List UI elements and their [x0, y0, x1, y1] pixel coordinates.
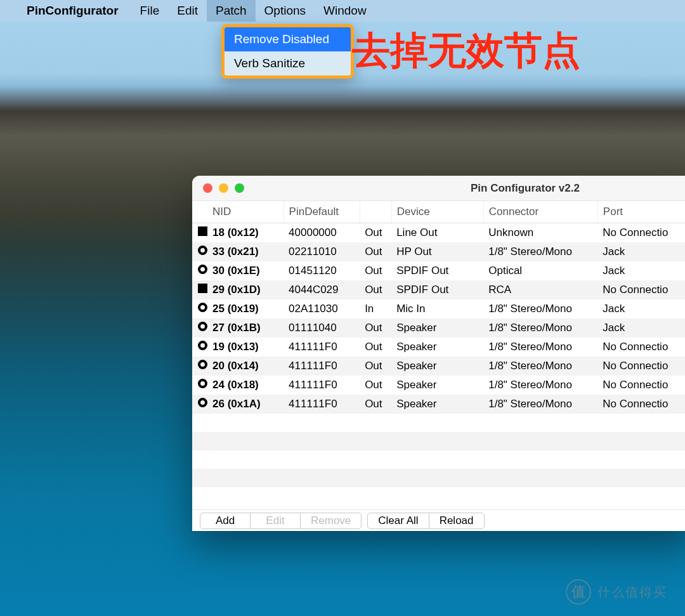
dropdown-remove-disabled[interactable]: Remove Disabled	[225, 27, 351, 51]
table-row[interactable]: 20 (0x14)411111F0OutSpeaker1/8" Stereo/M…	[192, 357, 685, 376]
cell-dir: Out	[360, 280, 391, 299]
cell-port: No Connectio	[597, 357, 685, 376]
cell-pindefault: 40000000	[284, 223, 360, 243]
menu-window[interactable]: Window	[315, 0, 375, 22]
cell-dir: Out	[360, 242, 391, 261]
table-row[interactable]: 19 (0x13)411111F0OutSpeaker1/8" Stereo/M…	[192, 337, 685, 357]
cell-nid: 20 (0x14)	[207, 357, 284, 376]
cell-pindefault: 01111040	[284, 318, 360, 337]
table-row[interactable]: 29 (0x1D)4044C029OutSPDIF OutRCANo Conne…	[192, 280, 685, 299]
button-bar: Add Edit Remove Clear All Reload	[192, 509, 685, 531]
table-row[interactable]: 24 (0x18)411111F0OutSpeaker1/8" Stereo/M…	[192, 376, 685, 395]
cell-nid: 25 (0x19)	[207, 299, 284, 318]
cell-pindefault: 411111F0	[284, 395, 360, 414]
col-dir[interactable]	[360, 201, 391, 223]
shape-icon	[192, 318, 207, 337]
cell-dir: Out	[360, 395, 391, 414]
dropdown-verb-sanitize[interactable]: Verb Sanitize	[225, 51, 351, 75]
menu-patch[interactable]: Patch	[207, 0, 256, 22]
edit-button[interactable]: Edit	[250, 513, 301, 529]
cell-connector: 1/8" Stereo/Mono	[483, 318, 597, 337]
table-row[interactable]: 30 (0x1E)01451120OutSPDIF OutOpticalJack	[192, 261, 685, 280]
cell-nid: 19 (0x13)	[207, 337, 284, 357]
shape-icon	[192, 261, 207, 280]
cell-pindefault: 02211010	[284, 242, 360, 261]
clear-all-button[interactable]: Clear All	[367, 513, 429, 529]
shape-icon	[192, 376, 207, 395]
edit-segment: Add Edit Remove	[200, 513, 361, 529]
cell-dir: Out	[360, 376, 391, 395]
table-row[interactable]: 18 (0x12)40000000OutLine OutUnknownNo Co…	[192, 223, 685, 243]
col-connector[interactable]: Connector	[483, 201, 597, 223]
add-button[interactable]: Add	[200, 513, 251, 529]
table-row[interactable]: 26 (0x1A)411111F0OutSpeaker1/8" Stereo/M…	[192, 395, 685, 414]
cell-nid: 33 (0x21)	[207, 242, 284, 261]
cell-port: Jack	[597, 299, 685, 318]
col-nid[interactable]: NID	[207, 201, 284, 223]
shape-icon	[192, 357, 207, 376]
cell-port: Jack	[597, 242, 685, 261]
reload-button[interactable]: Reload	[429, 513, 485, 529]
cell-port: No Connectio	[597, 337, 685, 357]
cell-device: Speaker	[391, 357, 483, 376]
cell-device: HP Out	[391, 242, 483, 261]
cell-dir: In	[360, 299, 391, 318]
col-shape[interactable]	[192, 201, 207, 223]
cell-connector: Unknown	[483, 223, 597, 243]
cell-connector: RCA	[483, 280, 597, 299]
table-row[interactable]: 33 (0x21)02211010OutHP Out1/8" Stereo/Mo…	[192, 242, 685, 261]
col-device[interactable]: Device	[391, 201, 483, 223]
cell-dir: Out	[360, 318, 391, 337]
annotation-text: 去掉无效节点	[352, 25, 580, 77]
cell-port: No Connectio	[597, 280, 685, 299]
cell-device: Mic In	[391, 299, 483, 318]
cell-connector: 1/8" Stereo/Mono	[483, 376, 597, 395]
cell-nid: 27 (0x1B)	[207, 318, 284, 337]
cell-pindefault: 01451120	[284, 261, 360, 280]
window-title: Pin Configurator v2.2	[192, 182, 685, 195]
empty-row	[192, 432, 685, 450]
shape-icon	[192, 299, 207, 318]
cell-device: Speaker	[391, 376, 483, 395]
remove-button[interactable]: Remove	[300, 513, 362, 529]
watermark-icon: 值	[566, 579, 591, 605]
cell-connector: 1/8" Stereo/Mono	[483, 395, 597, 414]
menu-file[interactable]: File	[131, 0, 169, 22]
empty-row	[192, 487, 685, 506]
shape-icon	[192, 395, 207, 414]
cell-connector: 1/8" Stereo/Mono	[483, 242, 597, 261]
cell-nid: 18 (0x12)	[207, 223, 284, 243]
patch-dropdown: Remove Disabled Verb Sanitize	[221, 24, 354, 79]
cell-dir: Out	[360, 357, 391, 376]
cell-pindefault: 4044C029	[284, 280, 360, 299]
cell-nid: 30 (0x1E)	[207, 261, 284, 280]
shape-icon	[192, 280, 207, 299]
cell-dir: Out	[360, 223, 391, 243]
cell-pindefault: 411111F0	[284, 376, 360, 395]
cell-device: Speaker	[391, 337, 483, 357]
cell-port: No Connectio	[597, 376, 685, 395]
cell-connector: 1/8" Stereo/Mono	[483, 357, 597, 376]
empty-row	[192, 414, 685, 432]
col-port[interactable]: Port	[597, 201, 685, 223]
shape-icon	[192, 337, 207, 357]
watermark-text: 什么值得买	[597, 584, 667, 601]
menu-edit[interactable]: Edit	[168, 0, 207, 22]
cell-port: Jack	[597, 261, 685, 280]
cell-pindefault: 411111F0	[284, 337, 360, 357]
app-name[interactable]: PinConfigurator	[27, 4, 119, 18]
empty-row	[192, 450, 685, 469]
cell-pindefault: 02A11030	[284, 299, 360, 318]
col-pindefault[interactable]: PinDefault	[284, 201, 360, 223]
menu-options[interactable]: Options	[256, 0, 315, 22]
titlebar[interactable]: Pin Configurator v2.2	[192, 176, 685, 201]
table-header-row: NID PinDefault Device Connector Port	[192, 201, 685, 223]
table-row[interactable]: 27 (0x1B)01111040OutSpeaker1/8" Stereo/M…	[192, 318, 685, 337]
table-row[interactable]: 25 (0x19)02A11030InMic In1/8" Stereo/Mon…	[192, 299, 685, 318]
pin-configurator-window: Pin Configurator v2.2 NID PinDefault Dev…	[192, 176, 685, 531]
cell-connector: 1/8" Stereo/Mono	[483, 299, 597, 318]
cell-nid: 24 (0x18)	[207, 376, 284, 395]
cell-device: SPDIF Out	[391, 280, 483, 299]
cell-device: SPDIF Out	[391, 261, 483, 280]
shape-icon	[192, 223, 207, 243]
